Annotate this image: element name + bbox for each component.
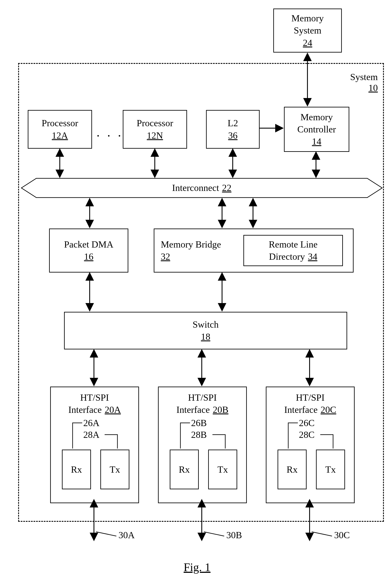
text-line: Interface (176, 404, 210, 416)
ref-number: 20A (104, 404, 121, 416)
text-line: Interconnect (172, 182, 219, 194)
l2-block: L2 36 (206, 110, 260, 149)
tx-c: Tx (316, 450, 345, 489)
ref-number: 24 (303, 37, 312, 49)
port-ref-a: 30A (118, 530, 135, 540)
interconnect-bus: Interconnect 22 (34, 179, 369, 197)
rx-ref-c: 26C (299, 417, 314, 428)
rx-ref-a: 26A (83, 417, 100, 428)
ref-number: 22 (222, 182, 232, 194)
system-label: System 10 (350, 72, 378, 93)
text-line: Directory (269, 251, 305, 263)
rx-a: Rx (62, 450, 91, 489)
tx-ref-c: 28C (299, 429, 314, 440)
ref-number: 32 (161, 251, 170, 263)
text-line: HT/SPI (188, 391, 217, 404)
rx-c: Rx (278, 450, 306, 489)
text-line: Memory Bridge (161, 238, 221, 251)
remote-line-directory-block: Remote Line Directory 34 (244, 235, 343, 266)
text-line: HT/SPI (296, 391, 324, 404)
ref-number: 12A (52, 129, 68, 142)
ref-number: 20C (320, 404, 336, 416)
packet-dma-block: Packet DMA 16 (49, 229, 128, 273)
processor-a-block: Processor 12A (28, 110, 92, 149)
text-line: HT/SPI (80, 391, 109, 404)
text-line: L2 (228, 117, 238, 129)
ref-number: 12N (147, 129, 163, 142)
text-line: System (350, 72, 378, 83)
port-ref-b: 30B (226, 530, 242, 540)
processor-n-block: Processor 12N (123, 110, 187, 149)
tx-b: Tx (208, 450, 237, 489)
text-line: Interface (68, 404, 102, 416)
ref-number: 36 (228, 129, 238, 142)
tx-a: Tx (100, 450, 130, 489)
text-line: Remote Line (269, 238, 318, 251)
ellipsis: . . . (96, 125, 123, 140)
port-ref-c: 30C (334, 530, 350, 540)
text-line: Interface (284, 404, 318, 416)
tx-ref-a: 28A (83, 429, 100, 440)
memory-controller-block: Memory Controller 14 (284, 107, 349, 152)
text-line: Packet DMA (64, 238, 113, 251)
ref-number: 18 (201, 331, 210, 343)
rx-ref-b: 26B (191, 417, 207, 428)
ref-number: 14 (312, 135, 321, 148)
text-line: Processor (42, 117, 78, 129)
text-line: Memory (300, 111, 333, 123)
ref-number: 34 (308, 251, 317, 263)
text-line: System (294, 24, 322, 37)
text-line: Controller (298, 123, 336, 135)
svg-line-17 (96, 532, 116, 536)
rx-b: Rx (170, 450, 199, 489)
svg-line-18 (204, 532, 224, 536)
text-line: Memory (292, 12, 324, 24)
text-line: Processor (137, 117, 173, 129)
memory-system-block: Memory System 24 (273, 9, 342, 53)
ref-number: 20B (213, 404, 228, 416)
text-line: Switch (192, 318, 219, 331)
tx-ref-b: 28B (191, 429, 207, 440)
ref-number: 16 (84, 251, 94, 263)
switch-block: Switch 18 (64, 312, 347, 349)
ref-number: 10 (350, 83, 378, 93)
svg-line-19 (312, 532, 332, 536)
figure-caption: Fig. 1 (184, 561, 210, 574)
